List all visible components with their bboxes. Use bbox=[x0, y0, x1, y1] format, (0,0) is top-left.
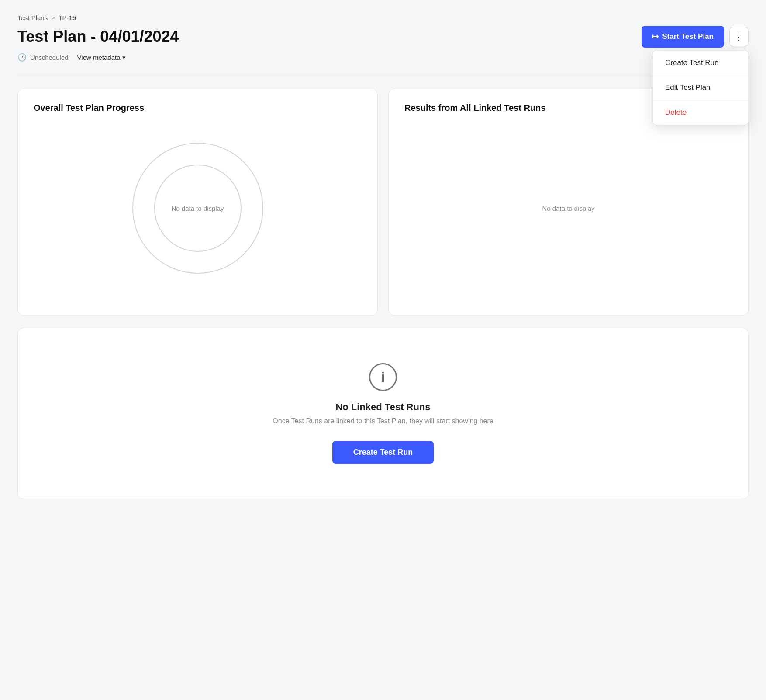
no-runs-title: No Linked Test Runs bbox=[335, 401, 430, 413]
cards-row: Overall Test Plan Progress No data to di… bbox=[17, 89, 749, 316]
no-linked-runs-section: i No Linked Test Runs Once Test Runs are… bbox=[17, 328, 749, 499]
breadcrumb-separator: > bbox=[51, 14, 55, 21]
view-metadata-label: View metadata bbox=[77, 54, 121, 61]
header-actions: ↦ Start Test Plan ⋮ Create Test Run Edit… bbox=[642, 26, 749, 48]
results-no-data: No data to display bbox=[542, 205, 594, 212]
create-test-run-button[interactable]: Create Test Run bbox=[332, 441, 434, 464]
clock-icon: 🕐 bbox=[17, 53, 27, 62]
progress-card: Overall Test Plan Progress No data to di… bbox=[17, 89, 378, 316]
dropdown-item-create-test-run[interactable]: Create Test Run bbox=[653, 51, 748, 75]
start-icon: ↦ bbox=[652, 32, 659, 41]
no-runs-subtitle: Once Test Runs are linked to this Test P… bbox=[273, 417, 493, 425]
breadcrumb-parent-link[interactable]: Test Plans bbox=[17, 14, 48, 21]
more-options-button[interactable]: ⋮ bbox=[729, 27, 749, 46]
donut-inner-ring: No data to display bbox=[154, 165, 242, 252]
page-title: Test Plan - 04/01/2024 bbox=[17, 27, 179, 46]
info-icon: i bbox=[381, 369, 385, 385]
info-icon-wrap: i bbox=[369, 363, 397, 391]
dropdown-item-edit-test-plan[interactable]: Edit Test Plan bbox=[653, 75, 748, 100]
dropdown-menu: Create Test Run Edit Test Plan Delete bbox=[652, 50, 749, 125]
donut-chart: No data to display bbox=[34, 125, 362, 291]
schedule-status-label: Unscheduled bbox=[30, 54, 69, 61]
view-metadata-button[interactable]: View metadata ▾ bbox=[77, 54, 126, 62]
section-divider bbox=[17, 76, 749, 76]
header-row: Test Plan - 04/01/2024 ↦ Start Test Plan… bbox=[17, 26, 749, 48]
start-test-plan-button[interactable]: ↦ Start Test Plan bbox=[642, 26, 724, 48]
schedule-status: 🕐 Unscheduled bbox=[17, 53, 69, 62]
dropdown-item-delete[interactable]: Delete bbox=[653, 100, 748, 125]
meta-row: 🕐 Unscheduled View metadata ▾ bbox=[17, 53, 749, 62]
chevron-down-icon: ▾ bbox=[122, 54, 126, 62]
page-wrapper: Test Plans > TP-15 Test Plan - 04/01/202… bbox=[0, 0, 766, 513]
progress-card-title: Overall Test Plan Progress bbox=[34, 103, 362, 113]
start-button-label: Start Test Plan bbox=[662, 32, 714, 41]
results-card-content: No data to display bbox=[404, 125, 732, 291]
progress-card-content: No data to display bbox=[34, 125, 362, 291]
breadcrumb: Test Plans > TP-15 bbox=[17, 14, 749, 21]
donut-outer-ring: No data to display bbox=[132, 143, 263, 274]
progress-no-data: No data to display bbox=[171, 205, 224, 212]
create-test-run-label: Create Test Run bbox=[353, 448, 413, 456]
breadcrumb-current: TP-15 bbox=[58, 14, 76, 21]
more-icon: ⋮ bbox=[735, 31, 743, 42]
